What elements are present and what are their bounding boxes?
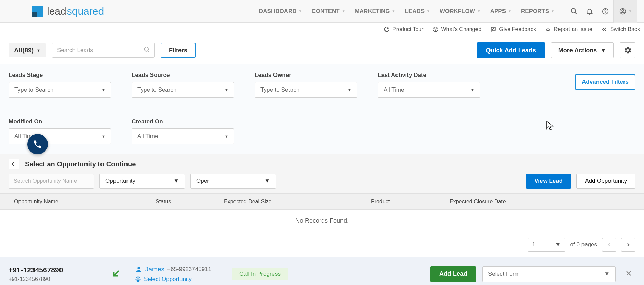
svg-line-11 [148, 51, 149, 52]
product-tour-label: Product Tour [392, 26, 423, 32]
svg-point-8 [435, 30, 435, 31]
contact-phone: +65-9923745911 [167, 266, 211, 273]
back-button[interactable] [9, 159, 19, 169]
settings-button[interactable] [620, 42, 635, 58]
select-opportunity-label: Select Opportunity [144, 276, 192, 283]
filter-leads-source-select[interactable]: Type to Search▼ [132, 82, 234, 98]
target-icon [135, 276, 141, 282]
help-button[interactable] [598, 0, 613, 23]
help-icon [602, 8, 609, 15]
contact-name-link[interactable]: James [145, 266, 164, 273]
nav-content[interactable]: CONTENT▼ [307, 8, 350, 15]
search-opportunity-input[interactable] [9, 174, 94, 189]
give-feedback-label: Give Feedback [499, 26, 536, 32]
all-leads-filter[interactable]: All(89)▼ [9, 43, 46, 57]
pager: 1▼ of 0 pages [0, 232, 644, 257]
nav-workflow[interactable]: WORKFLOW▼ [435, 8, 485, 15]
bell-icon [586, 8, 593, 15]
select-opportunity-link[interactable]: Select Opportunity [135, 276, 211, 283]
close-call-button[interactable] [622, 267, 635, 281]
top-nav: leadsquared DASHBOARD▼ CONTENT▼ MARKETIN… [0, 0, 644, 23]
pager-page-select[interactable]: 1▼ [528, 238, 565, 252]
nav-reports[interactable]: REPORTS▼ [516, 8, 559, 15]
nav-dashboard[interactable]: DASHBOARD▼ [254, 8, 307, 15]
filter-leads-stage: Leads Stage Type to Search▼ [9, 72, 111, 98]
report-issue-link[interactable]: Report an Issue [545, 26, 592, 32]
switch-back-link[interactable]: Switch Back [601, 26, 640, 32]
filter-label: Leads Source [132, 72, 234, 79]
logo-mark-icon [32, 6, 43, 17]
chevron-down-icon: ▼ [37, 48, 40, 52]
col-product[interactable]: Product [371, 199, 450, 205]
svg-point-12 [137, 267, 140, 269]
svg-point-6 [384, 27, 389, 32]
help-icon [432, 26, 439, 32]
filter-label: Last Activity Date [378, 72, 480, 79]
select-value: Opportunity [105, 178, 135, 185]
logo[interactable]: leadsquared [32, 5, 104, 17]
chevron-down-icon: ▼ [102, 134, 105, 138]
bug-icon [545, 26, 551, 32]
nav-leads[interactable]: LEADS▼ [400, 8, 435, 15]
filters-button[interactable]: Filters [161, 43, 196, 58]
notifications-button[interactable] [582, 0, 598, 23]
filter-leads-source: Leads Source Type to Search▼ [132, 72, 234, 98]
svg-point-5 [622, 9, 624, 11]
filter-label: Modified On [9, 118, 111, 125]
svg-line-1 [575, 12, 577, 14]
col-status[interactable]: Status [156, 199, 224, 205]
search-icon [144, 46, 150, 54]
filter-leads-stage-select[interactable]: Type to Search▼ [9, 82, 111, 98]
call-bar: +91-1234567890 +91-1234567890 James +65-… [0, 257, 644, 285]
feedback-icon [490, 26, 496, 32]
filter-last-activity-select[interactable]: All Time▼ [378, 82, 480, 98]
filter-created-on-select[interactable]: All Time▼ [132, 128, 234, 144]
phone-dialer-button[interactable] [27, 134, 48, 154]
filter-last-activity: Last Activity Date All Time▼ [378, 72, 480, 98]
search-leads-input[interactable] [52, 43, 155, 58]
col-closure-date[interactable]: Expected Closure Date [450, 199, 635, 205]
col-opportunity-name[interactable]: Opportunity Name [9, 199, 156, 205]
more-actions-button[interactable]: More Actions▼ [551, 42, 614, 58]
add-opportunity-button[interactable]: Add Opportunity [576, 174, 635, 189]
col-deal-size[interactable]: Expected Deal Size [224, 199, 371, 205]
search-icon [570, 8, 578, 15]
opportunity-type-select[interactable]: Opportunity▼ [99, 174, 185, 189]
call-number-secondary: +91-1234567890 [9, 276, 87, 282]
filter-value: All Time [137, 133, 158, 140]
search-leads-box [52, 43, 155, 58]
chevron-down-icon: ▼ [604, 271, 610, 277]
opportunity-toolbar: Opportunity▼ Open▼ View Lead Add Opportu… [0, 174, 644, 193]
chevron-down-icon: ▼ [225, 88, 228, 92]
all-leads-label: All(89) [14, 46, 34, 54]
filter-leads-owner-select[interactable]: Type to Search▼ [255, 82, 357, 98]
nav-marketing[interactable]: MARKETING▼ [350, 8, 400, 15]
whats-changed-label: What's Changed [441, 26, 482, 32]
chevron-down-icon: ▼ [555, 241, 561, 248]
give-feedback-link[interactable]: Give Feedback [490, 26, 536, 32]
opportunity-status-select[interactable]: Open▼ [190, 174, 276, 189]
quick-add-leads-button[interactable]: Quick Add Leads [477, 42, 545, 58]
product-tour-link[interactable]: Product Tour [384, 26, 423, 32]
filter-label: Created On [132, 118, 234, 125]
filter-value: Type to Search [260, 86, 299, 93]
profile-button[interactable]: ▼ [613, 0, 637, 23]
search-icon-button[interactable] [566, 0, 582, 23]
add-lead-button[interactable]: Add Lead [430, 266, 476, 282]
leads-toolbar: All(89)▼ Filters Quick Add Leads More Ac… [0, 36, 644, 64]
select-form-value: Select Form [488, 271, 520, 277]
filter-modified-on: Modified On All Time▼ [9, 118, 111, 144]
nav-marketing-label: MARKETING [355, 8, 390, 15]
chevron-down-icon: ▼ [392, 9, 395, 13]
nav-apps[interactable]: APPS▼ [485, 8, 516, 15]
filter-modified-on-select[interactable]: All Time▼ [9, 128, 111, 144]
filters-panel: Leads Stage Type to Search▼ Leads Source… [0, 64, 644, 154]
select-form-dropdown[interactable]: Select Form▼ [482, 266, 616, 282]
whats-changed-link[interactable]: What's Changed [432, 26, 482, 32]
view-lead-button[interactable]: View Lead [526, 174, 571, 189]
advanced-filters-button[interactable]: Advanced Filters [575, 74, 635, 90]
chevron-down-icon: ▼ [427, 9, 430, 13]
pager-next-button[interactable] [621, 238, 635, 252]
pager-prev-button[interactable] [602, 238, 616, 252]
nav-icon-group: ▼ [566, 0, 637, 23]
